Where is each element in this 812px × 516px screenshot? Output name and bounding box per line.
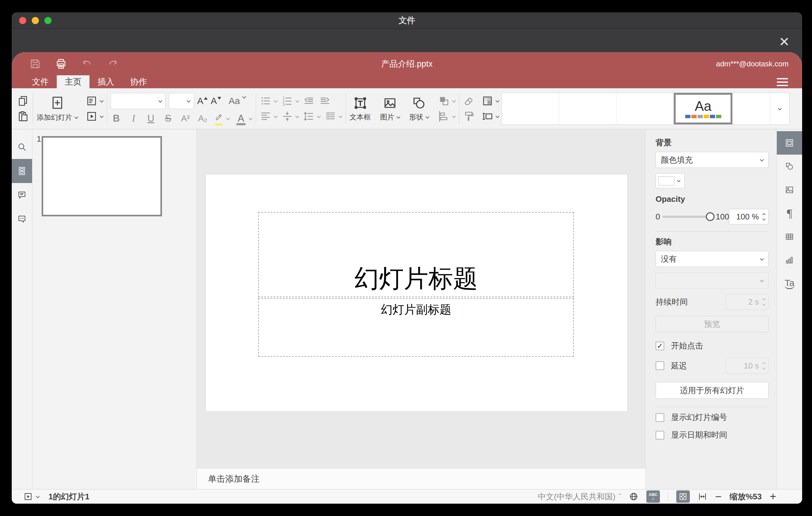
line-spacing-button[interactable]	[303, 111, 320, 122]
background-fill-select[interactable]: 颜色填充	[656, 152, 768, 168]
fill-color-button[interactable]	[656, 173, 685, 188]
zoom-in-button[interactable]: +	[770, 491, 776, 502]
strikeout-button[interactable]: S	[163, 113, 174, 124]
insert-textbox-button[interactable]: 文本框	[350, 96, 371, 122]
arrange-button[interactable]	[438, 95, 455, 107]
preview-button: 预览	[656, 316, 768, 333]
slide-canvas[interactable]: 幻灯片标题 幻灯片副标题	[197, 129, 645, 468]
search-panel-button[interactable]	[12, 135, 32, 159]
underline-button[interactable]: U	[145, 113, 156, 124]
font-name-select[interactable]	[111, 93, 166, 109]
slide-layout-button[interactable]	[86, 95, 103, 107]
clear-style-button[interactable]	[463, 95, 475, 107]
slide-thumbnails-panel: 1	[32, 129, 197, 489]
vertical-align-button[interactable]	[281, 111, 299, 122]
save-button[interactable]	[29, 58, 41, 70]
spellcheck-toggle[interactable]: ABC ✓	[646, 490, 660, 503]
font-color-button[interactable]: A	[235, 113, 252, 124]
opacity-spinner[interactable]: 100 %	[729, 209, 768, 224]
fit-to-slide-toggle[interactable]	[676, 490, 690, 503]
print-button[interactable]	[55, 58, 67, 70]
show-slide-number-checkbox[interactable]	[656, 413, 664, 422]
slide-size-button[interactable]	[482, 111, 499, 122]
start-slideshow-status-button[interactable]	[24, 492, 39, 501]
slides-panel-button[interactable]	[12, 159, 32, 183]
insert-shape-button[interactable]: 形状	[409, 96, 429, 122]
comments-panel-button[interactable]	[12, 183, 32, 207]
align-shapes-button[interactable]	[438, 111, 455, 122]
opacity-slider[interactable]	[662, 216, 713, 218]
fit-to-width-button[interactable]	[698, 492, 707, 501]
slide-settings-tab[interactable]	[777, 131, 802, 154]
opacity-slider-knob[interactable]	[706, 212, 715, 221]
editor-header: 产品介绍.pptx adm***@dootask.com	[12, 52, 802, 75]
set-language-button[interactable]	[629, 492, 638, 501]
slide-1[interactable]: 幻灯片标题 幻灯片副标题	[206, 174, 627, 411]
zoom-out-button[interactable]: −	[715, 491, 722, 502]
font-size-select[interactable]	[169, 93, 194, 109]
language-selector[interactable]: 中文(中华人民共和国) ˆ	[538, 491, 621, 502]
columns-button[interactable]	[324, 111, 342, 122]
close-icon[interactable]: ✕	[777, 34, 792, 49]
divider	[656, 407, 768, 407]
tab-file[interactable]: 文件	[24, 75, 57, 88]
theme-gallery-expand-button[interactable]	[770, 93, 789, 124]
theme-item-selected[interactable]: Aa	[674, 93, 732, 124]
bullets-button[interactable]	[260, 95, 277, 107]
shape-settings-tab[interactable]	[777, 154, 802, 178]
tab-insert[interactable]: 插入	[89, 75, 122, 88]
italic-button[interactable]: I	[128, 113, 139, 124]
theme-item[interactable]	[559, 93, 616, 124]
copy-style-button[interactable]	[463, 111, 475, 122]
numbering-button[interactable]: 123	[281, 95, 299, 107]
table-settings-tab[interactable]	[777, 225, 802, 249]
text-art-icon: Ta	[785, 278, 794, 289]
paragraph-settings-tab[interactable]: ¶	[777, 202, 802, 225]
increase-indent-button[interactable]	[319, 95, 331, 107]
redo-button[interactable]	[107, 58, 119, 70]
show-date-time-checkbox[interactable]	[656, 431, 664, 439]
horizontal-align-button[interactable]	[260, 111, 277, 122]
insert-image-button[interactable]: 图片	[380, 96, 400, 122]
decrease-indent-button[interactable]	[303, 95, 315, 107]
duration-row: 持续时间 2 s	[656, 294, 768, 310]
tab-collaboration[interactable]: 协作	[122, 75, 155, 88]
image-settings-tab[interactable]	[777, 178, 802, 202]
spinner-arrows[interactable]	[763, 213, 765, 220]
color-scheme-button[interactable]	[482, 95, 499, 107]
superscript-button[interactable]: A²	[180, 114, 191, 123]
change-case-button[interactable]: Aa	[229, 96, 245, 106]
undo-button[interactable]	[81, 58, 93, 70]
highlight-color-button[interactable]	[214, 113, 229, 124]
subscript-button[interactable]: A₂	[197, 114, 208, 123]
notes-area[interactable]: 单击添加备注	[197, 468, 645, 489]
slide-thumbnail-1[interactable]	[42, 136, 162, 216]
paste-button[interactable]	[17, 111, 29, 122]
fit-width-icon	[698, 492, 707, 501]
theme-item[interactable]	[732, 93, 770, 124]
title-placeholder[interactable]: 幻灯片标题	[258, 212, 574, 297]
effect-select[interactable]: 没有	[656, 251, 768, 267]
chat-panel-button[interactable]	[12, 207, 32, 231]
start-on-click-checkbox[interactable]: ✓	[656, 342, 664, 350]
toolbar-separator	[256, 93, 256, 124]
chevron-down-icon	[339, 114, 343, 118]
theme-gallery: Aa	[501, 93, 789, 125]
increase-font-button[interactable]: A	[197, 96, 208, 106]
start-slideshow-button[interactable]	[86, 111, 103, 122]
chart-settings-tab[interactable]	[777, 249, 802, 272]
delay-checkbox[interactable]	[656, 362, 664, 370]
bold-button[interactable]: B	[111, 113, 122, 124]
tab-home[interactable]: 主页	[57, 75, 89, 88]
copy-button[interactable]	[17, 95, 29, 107]
apply-to-all-slides-button[interactable]: 适用于所有幻灯片	[656, 382, 768, 399]
theme-item[interactable]	[616, 93, 674, 124]
theme-item[interactable]	[502, 93, 559, 124]
right-rail: ¶ Ta	[777, 129, 802, 489]
decrease-font-button[interactable]: A	[211, 96, 221, 106]
menu-hamburger-icon[interactable]	[777, 78, 788, 86]
work-area: 1 幻灯片标题 幻灯片副标题 单击添加备注	[12, 129, 802, 489]
subtitle-placeholder[interactable]: 幻灯片副标题	[258, 298, 574, 357]
textart-settings-tab[interactable]: Ta	[777, 272, 802, 295]
add-slide-button[interactable]: 添加幻灯片	[37, 95, 78, 122]
